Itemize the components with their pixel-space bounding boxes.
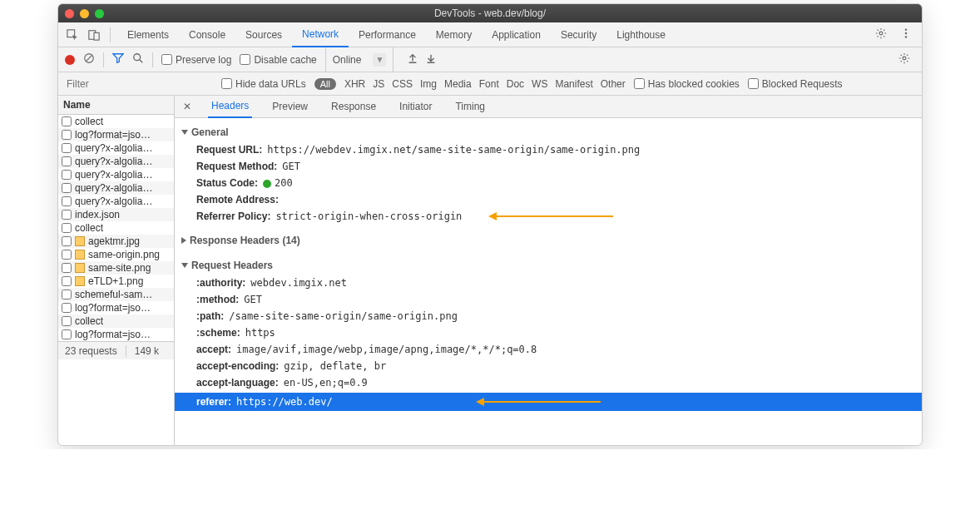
filter-type-img[interactable]: Img xyxy=(420,78,437,90)
request-row[interactable]: query?x-algolia… xyxy=(58,155,174,168)
request-row[interactable]: schemeful-sam… xyxy=(58,288,174,301)
close-detail-icon[interactable]: ✕ xyxy=(178,101,196,112)
settings-gear-icon[interactable] xyxy=(870,27,892,42)
request-row[interactable]: collect xyxy=(58,221,174,235)
label: :authority: xyxy=(196,277,245,289)
filter-type-xhr[interactable]: XHR xyxy=(344,78,365,90)
response-headers-section: Response Headers (14) xyxy=(175,226,922,251)
filter-type-ws[interactable]: WS xyxy=(532,78,547,90)
general-section: General Request URL:https://webdev.imgix… xyxy=(175,118,922,226)
record-button[interactable] xyxy=(65,55,75,65)
filter-type-js[interactable]: JS xyxy=(373,78,384,90)
response-headers-header[interactable]: Response Headers (14) xyxy=(181,231,915,250)
tab-lighthouse[interactable]: Lighthouse xyxy=(606,22,676,47)
main-pane: Name collectlog?format=jso…query?x-algol… xyxy=(58,96,922,445)
request-row[interactable]: query?x-algolia… xyxy=(58,141,174,155)
filter-input[interactable] xyxy=(63,75,213,93)
row-checkbox[interactable] xyxy=(62,236,72,246)
row-checkbox[interactable] xyxy=(62,143,72,153)
filter-type-all[interactable]: All xyxy=(314,78,336,90)
preserve-log-checkbox[interactable]: Preserve log xyxy=(161,54,231,66)
filter-type-other[interactable]: Other xyxy=(601,78,626,90)
svg-rect-2 xyxy=(94,32,99,40)
general-header[interactable]: General xyxy=(181,123,915,141)
request-row[interactable]: log?format=jso… xyxy=(58,328,174,341)
value: webdev.imgix.net xyxy=(250,277,347,289)
tab-console[interactable]: Console xyxy=(179,22,235,47)
value: image/avif,image/webp,image/apng,image/*… xyxy=(236,344,537,355)
request-list-header[interactable]: Name xyxy=(58,96,174,115)
row-checkbox[interactable] xyxy=(62,156,72,166)
row-checkbox[interactable] xyxy=(62,183,72,193)
request-row[interactable]: agektmr.jpg xyxy=(58,235,174,248)
download-icon[interactable] xyxy=(425,52,437,67)
response-headers-title: Response Headers (14) xyxy=(190,235,300,246)
tab-elements[interactable]: Elements xyxy=(117,22,179,47)
row-checkbox[interactable] xyxy=(62,223,72,233)
titlebar: DevTools - web.dev/blog/ xyxy=(58,4,922,22)
row-checkbox[interactable] xyxy=(62,250,72,260)
request-row[interactable]: log?format=jso… xyxy=(58,128,174,141)
search-icon[interactable] xyxy=(132,52,144,67)
request-name: query?x-algolia… xyxy=(75,182,152,194)
image-file-icon xyxy=(75,250,85,260)
filter-icon[interactable] xyxy=(112,52,124,67)
request-row[interactable]: log?format=jso… xyxy=(58,301,174,314)
window-title: DevTools - web.dev/blog/ xyxy=(58,7,922,19)
divider xyxy=(126,345,126,357)
detail-tab-headers[interactable]: Headers xyxy=(208,96,252,118)
request-headers-header[interactable]: Request Headers xyxy=(181,256,915,275)
detail-tab-response[interactable]: Response xyxy=(328,96,379,118)
row-checkbox[interactable] xyxy=(62,303,72,313)
row-checkbox[interactable] xyxy=(62,130,72,140)
hide-data-urls-checkbox[interactable]: Hide data URLs xyxy=(221,78,306,90)
request-row[interactable]: eTLD+1.png xyxy=(58,275,174,288)
scheme-row: :scheme:https xyxy=(181,324,915,341)
row-checkbox[interactable] xyxy=(62,329,72,339)
filter-type-css[interactable]: CSS xyxy=(392,78,413,90)
request-row[interactable]: query?x-algolia… xyxy=(58,195,174,208)
request-row[interactable]: collect xyxy=(58,115,174,128)
row-checkbox[interactable] xyxy=(62,116,72,126)
request-row[interactable]: query?x-algolia… xyxy=(58,181,174,195)
request-row[interactable]: collect xyxy=(58,314,174,328)
detail-tab-initiator[interactable]: Initiator xyxy=(396,96,435,118)
row-checkbox[interactable] xyxy=(62,290,72,300)
row-checkbox[interactable] xyxy=(62,276,72,286)
request-row[interactable]: same-origin.png xyxy=(58,248,174,261)
tab-performance[interactable]: Performance xyxy=(349,22,426,47)
detail-tab-timing[interactable]: Timing xyxy=(452,96,488,118)
tab-sources[interactable]: Sources xyxy=(235,22,292,47)
request-name: collect xyxy=(75,116,103,127)
filter-type-doc[interactable]: Doc xyxy=(507,78,524,90)
more-menu-icon[interactable] xyxy=(895,27,917,42)
device-toolbar-icon[interactable] xyxy=(85,26,103,44)
has-blocked-cookies-checkbox[interactable]: Has blocked cookies xyxy=(634,78,740,90)
detail-tab-preview[interactable]: Preview xyxy=(269,96,311,118)
filter-type-media[interactable]: Media xyxy=(444,78,472,90)
tab-application[interactable]: Application xyxy=(482,22,551,47)
value: https://webdev.imgix.net/same-site-same-… xyxy=(267,144,640,156)
filter-type-font[interactable]: Font xyxy=(479,78,499,90)
clear-icon[interactable] xyxy=(83,52,95,67)
row-checkbox[interactable] xyxy=(62,196,72,206)
tab-network[interactable]: Network xyxy=(292,22,349,47)
tab-security[interactable]: Security xyxy=(551,22,606,47)
row-checkbox[interactable] xyxy=(62,170,72,180)
upload-icon[interactable] xyxy=(407,52,418,67)
blocked-requests-checkbox[interactable]: Blocked Requests xyxy=(748,78,843,90)
row-checkbox[interactable] xyxy=(62,316,72,326)
request-row[interactable]: query?x-algolia… xyxy=(58,168,174,181)
filter-type-manifest[interactable]: Manifest xyxy=(555,78,592,90)
row-checkbox[interactable] xyxy=(62,210,72,220)
inspect-element-icon[interactable] xyxy=(63,26,82,44)
disable-cache-checkbox[interactable]: Disable cache xyxy=(240,54,316,66)
network-settings-gear-icon[interactable] xyxy=(893,52,915,67)
request-row[interactable]: same-site.png xyxy=(58,261,174,275)
row-checkbox[interactable] xyxy=(62,263,72,273)
throttling-dropdown[interactable]: Online ▼ xyxy=(325,47,394,72)
request-headers-section: Request Headers :authority:webdev.imgix.… xyxy=(175,251,922,393)
value: 200 xyxy=(263,177,293,189)
request-row[interactable]: index.json xyxy=(58,208,174,221)
tab-memory[interactable]: Memory xyxy=(426,22,482,47)
